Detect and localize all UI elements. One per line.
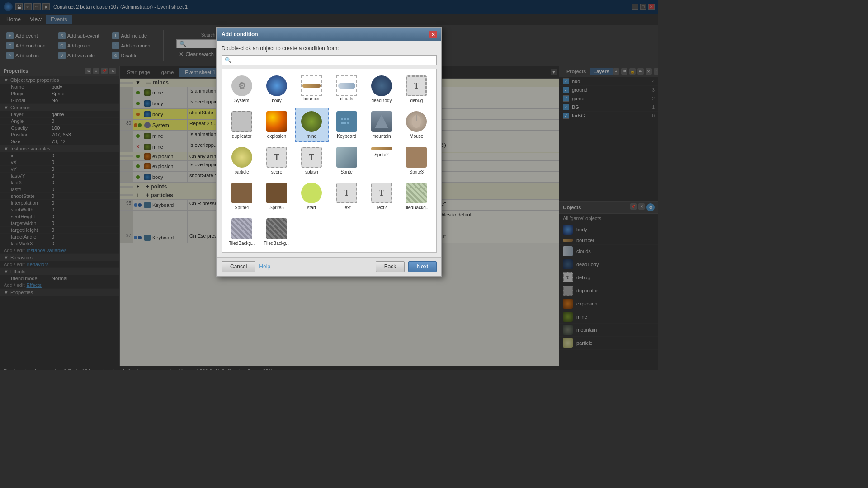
- obj-cell-sprite[interactable]: Sprite: [330, 143, 363, 178]
- dialog-close-btn[interactable]: ✕: [429, 31, 437, 38]
- sprite2-icon-large: [371, 147, 392, 150]
- svg-rect-5: [347, 122, 349, 124]
- obj-cell-explosion[interactable]: explosion: [259, 108, 293, 142]
- clouds-icon-large: [336, 75, 357, 96]
- obj-cell-splash[interactable]: T splash: [295, 143, 329, 178]
- obj-label-particle: particle: [227, 169, 256, 174]
- system-icon-large: ⚙: [231, 75, 252, 96]
- obj-label-body: body: [262, 98, 291, 103]
- obj-label-deadbody: deadBody: [367, 98, 396, 103]
- obj-cell-keyboard[interactable]: Keyboard: [330, 108, 363, 142]
- obj-label-text: Text: [332, 205, 361, 210]
- obj-label-explosion: explosion: [262, 134, 291, 139]
- obj-label-system: System: [227, 98, 256, 103]
- obj-cell-sprite4[interactable]: Sprite4: [225, 179, 259, 214]
- deadbody-icon-large: [371, 75, 392, 96]
- obj-label-splash: splash: [297, 169, 326, 174]
- obj-label-tiled1: TiledBackg...: [402, 205, 431, 210]
- obj-cell-mouse[interactable]: Mouse: [400, 108, 434, 142]
- duplicator-icon-large: [231, 111, 252, 132]
- obj-cell-duplicator[interactable]: duplicator: [225, 108, 259, 142]
- dialog-title: Add condition: [222, 31, 258, 38]
- mountain-icon-large: [371, 111, 392, 132]
- obj-cell-bouncer[interactable]: bouncer: [295, 72, 329, 107]
- svg-rect-1: [341, 118, 343, 120]
- keyboard-icon-large: [336, 111, 357, 132]
- obj-cell-text[interactable]: T Text: [330, 179, 363, 214]
- obj-cell-sprite3[interactable]: Sprite3: [400, 143, 434, 178]
- obj-label-duplicator: duplicator: [227, 134, 256, 139]
- obj-cell-clouds[interactable]: clouds: [330, 72, 363, 107]
- bouncer-icon-large: [301, 75, 322, 96]
- dialog-search-container: 🔍: [222, 55, 437, 65]
- obj-cell-tiled1[interactable]: TiledBackg...: [400, 179, 434, 214]
- dialog-prompt: Double-click an object to create a condi…: [222, 45, 437, 52]
- splash-icon-large: T: [301, 147, 322, 168]
- obj-cell-sprite5[interactable]: Sprite5: [259, 179, 293, 214]
- dialog-search-input[interactable]: [233, 57, 434, 63]
- explosion-icon-large: [266, 111, 287, 132]
- dialog-footer: Cancel Help Back Next: [217, 257, 441, 276]
- obj-cell-system[interactable]: ⚙ System: [225, 72, 259, 107]
- dialog-search-icon: 🔍: [225, 57, 231, 63]
- text-icon-large: T: [336, 183, 357, 203]
- obj-cell-start[interactable]: start: [295, 179, 329, 214]
- dialog-overlay: Add condition ✕ Double-click an object t…: [0, 0, 658, 370]
- cancel-btn[interactable]: Cancel: [222, 261, 255, 272]
- obj-label-mine: mine: [297, 134, 326, 139]
- obj-label-mouse: Mouse: [402, 134, 431, 139]
- score-icon-large: T: [266, 147, 287, 168]
- obj-cell-sprite2[interactable]: Sprite2: [364, 143, 398, 178]
- tiled1-icon-large: [406, 183, 427, 203]
- obj-label-clouds: clouds: [332, 96, 361, 101]
- obj-label-score: score: [262, 169, 291, 174]
- obj-label-sprite3: Sprite3: [402, 169, 431, 174]
- back-btn[interactable]: Back: [376, 261, 405, 272]
- body-icon-large: [266, 75, 287, 96]
- obj-cell-tiled2[interactable]: TiledBackg...: [225, 215, 259, 249]
- obj-label-tiled2: TiledBackg...: [227, 241, 256, 246]
- obj-label-keyboard: Keyboard: [332, 134, 361, 139]
- obj-label-sprite4: Sprite4: [227, 205, 256, 210]
- mouse-svg: [411, 114, 422, 129]
- obj-cell-deadbody[interactable]: deadBody: [364, 72, 398, 107]
- svg-marker-6: [375, 115, 388, 128]
- obj-cell-body[interactable]: body: [259, 72, 293, 107]
- object-grid: ⚙ System body bouncer: [222, 69, 437, 253]
- mine-icon-large: [301, 111, 322, 132]
- obj-cell-score[interactable]: T score: [259, 143, 293, 178]
- sprite-icon-large: [336, 147, 357, 168]
- next-btn[interactable]: Next: [408, 261, 437, 272]
- tiled2-icon-large: [231, 218, 252, 239]
- obj-label-start: start: [297, 205, 326, 210]
- obj-label-sprite: Sprite: [332, 169, 361, 174]
- obj-cell-debug[interactable]: T debug: [400, 72, 434, 107]
- obj-label-mountain: mountain: [367, 134, 396, 139]
- obj-label-sprite5: Sprite5: [262, 205, 291, 210]
- dialog-body: Double-click an object to create a condi…: [217, 41, 441, 257]
- sprite5-icon-large: [266, 183, 287, 203]
- text2-icon-large: T: [371, 183, 392, 203]
- start-icon-large: [301, 183, 322, 203]
- tiled3-icon-large: [266, 218, 287, 239]
- dialog-title-bar: Add condition ✕: [217, 28, 441, 41]
- obj-cell-particle[interactable]: particle: [225, 143, 259, 178]
- obj-label-text2: Text2: [367, 205, 396, 210]
- svg-rect-3: [347, 118, 349, 120]
- add-condition-dialog: Add condition ✕ Double-click an object t…: [216, 27, 442, 277]
- obj-label-sprite2: Sprite2: [367, 152, 396, 157]
- sprite4-icon-large: [231, 183, 252, 203]
- help-link[interactable]: Help: [259, 263, 270, 270]
- mountain-svg: [373, 113, 391, 131]
- sprite3-icon-large: [406, 147, 427, 168]
- obj-cell-mine[interactable]: mine: [295, 108, 329, 142]
- obj-cell-mountain[interactable]: mountain: [364, 108, 398, 142]
- obj-cell-tiled3[interactable]: TiledBackg...: [259, 215, 293, 249]
- svg-rect-4: [341, 122, 346, 124]
- particle-icon-large: [231, 147, 252, 168]
- debug-icon-large: T: [406, 75, 427, 96]
- obj-cell-text2[interactable]: T Text2: [364, 179, 398, 214]
- obj-label-tiled3: TiledBackg...: [262, 241, 291, 246]
- obj-label-debug: debug: [402, 98, 431, 103]
- obj-label-bouncer: bouncer: [297, 96, 326, 101]
